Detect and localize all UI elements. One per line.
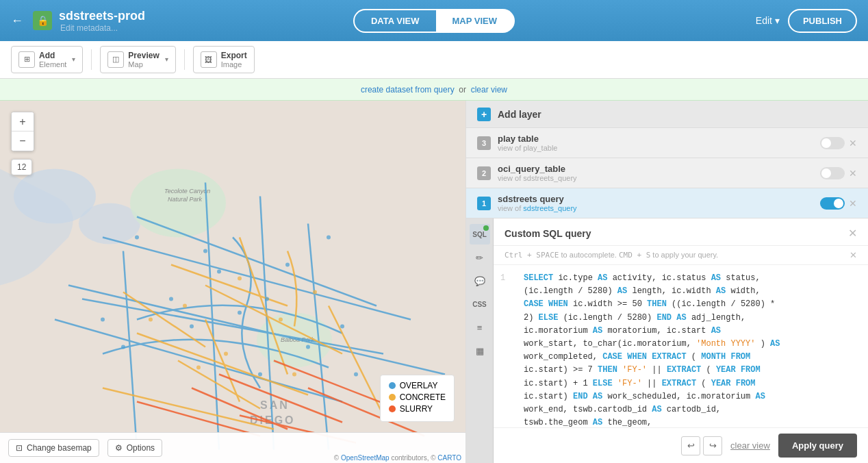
layer-sub-1: view of sdstreets_query	[498, 204, 813, 212]
layer-toggle-switch-2[interactable]	[820, 167, 845, 179]
svg-point-48	[101, 318, 105, 322]
layer-toggle-switch-1[interactable]	[820, 197, 845, 210]
redo-button[interactable]: ↪	[703, 436, 722, 455]
legend-icon: ≡	[477, 323, 483, 333]
svg-point-3	[130, 169, 226, 238]
layer-item-1[interactable]: 1 sdstreets query view of sdstreets_quer…	[466, 188, 868, 218]
layer-item-3[interactable]: 3 play table view of play_table ✕	[466, 128, 868, 158]
sql-close-button[interactable]: ✕	[848, 227, 857, 240]
sql-line-numbers: 1	[500, 272, 505, 285]
export-image-button[interactable]: 🖼 Export Image	[193, 46, 255, 73]
add-layer-plus-button[interactable]: +	[477, 108, 491, 121]
style-icon: ✏	[476, 253, 483, 263]
carto-link[interactable]: CARTO	[437, 454, 461, 462]
options-icon: ⚙	[115, 443, 123, 453]
edit-dropdown[interactable]: Edit ▾	[756, 15, 780, 26]
dataset-info: sdstreets-prod Edit metadata...	[59, 9, 145, 33]
add-element-icon: ⊞	[18, 51, 35, 68]
toolbar: ⊞ Add Element ▾ ◫ Preview Map ▾ 🖼 Export…	[0, 41, 868, 79]
svg-point-35	[265, 297, 269, 301]
sql-hint-close[interactable]: ✕	[850, 250, 857, 260]
zoom-out-button[interactable]: −	[12, 132, 34, 151]
chart-icon: ▦	[476, 346, 484, 356]
top-bar-right: Edit ▾ PUBLISH	[515, 9, 857, 33]
css-icon: CSS	[472, 301, 487, 308]
chart-icon-button[interactable]: ▦	[470, 340, 490, 361]
sql-icon-button[interactable]: SQL	[470, 224, 490, 245]
apply-query-button[interactable]: Apply query	[778, 434, 857, 458]
sql-hint-text: Ctrl + SPACE to autocomplete. CMD + S to…	[505, 251, 718, 260]
map-attribution: © OpenStreetMap contributors, © CARTO	[330, 453, 465, 463]
svg-point-34	[217, 270, 221, 274]
layer-close-3[interactable]: ✕	[849, 138, 857, 149]
toolbar-divider-2	[184, 49, 185, 70]
layer-info-2: oci_query_table view of sdstreets_query	[498, 164, 813, 182]
style-icon-button[interactable]: ✏	[470, 247, 490, 268]
layer-sub-link-1[interactable]: sdstreets_query	[523, 204, 576, 212]
svg-point-38	[258, 373, 262, 377]
svg-point-46	[135, 236, 139, 240]
change-basemap-button[interactable]: ⊡ Change basemap	[8, 439, 99, 457]
layer-num-1: 1	[477, 197, 491, 210]
svg-point-37	[306, 345, 310, 349]
add-layer-label: Add layer	[498, 109, 541, 120]
css-icon-button[interactable]: CSS	[470, 294, 490, 314]
map-legend: OVERLAY CONCRETE SLURRY	[380, 375, 455, 422]
map-area[interactable]: Tecolote Canyon Natural Park Balboa Park…	[0, 101, 465, 463]
basemap-icon: ⊡	[16, 443, 23, 453]
legend-item-overlay: OVERLAY	[389, 381, 446, 390]
map-background: Tecolote Canyon Natural Park Balboa Park…	[0, 101, 465, 463]
clear-view-link-top[interactable]: clear view	[471, 85, 507, 95]
zoom-in-button[interactable]: +	[12, 112, 34, 132]
comment-icon-button[interactable]: 💬	[470, 271, 490, 291]
legend-label-overlay: OVERLAY	[400, 381, 438, 390]
sql-code-area[interactable]: 1 SELECT ic.type AS activity, ic.status …	[494, 265, 868, 427]
add-element-button[interactable]: ⊞ Add Element ▾	[11, 46, 83, 73]
undo-button[interactable]: ↩	[681, 436, 700, 455]
preview-map-button[interactable]: ◫ Preview Map ▾	[100, 46, 175, 73]
layer-info-1: sdstreets query view of sdstreets_query	[498, 194, 813, 212]
side-icons: SQL ✏ 💬 CSS ≡ ▦	[466, 218, 494, 463]
layer-num-2: 2	[477, 166, 491, 180]
publish-button[interactable]: PUBLISH	[788, 9, 857, 33]
osm-link[interactable]: OpenStreetMap	[341, 454, 390, 462]
edit-metadata-link[interactable]: Edit metadata...	[60, 23, 145, 33]
sql-header: Custom SQL query ✕	[494, 218, 868, 246]
layer-toggle-2: ✕	[820, 167, 857, 179]
svg-point-45	[354, 373, 358, 377]
layer-close-2[interactable]: ✕	[849, 168, 857, 179]
add-layer-header: + Add layer	[466, 101, 868, 128]
tab-data-view[interactable]: DATA VIEW	[353, 9, 436, 33]
svg-point-51	[183, 304, 187, 308]
legend-item-concrete: CONCRETE	[389, 392, 446, 402]
back-button[interactable]: ←	[11, 14, 23, 28]
legend-label-slurry: SLURRY	[400, 404, 433, 414]
map-zoom-controls: + −	[11, 112, 34, 151]
query-bar-text: create dataset from query or clear view	[361, 85, 507, 95]
tab-map-view[interactable]: MAP VIEW	[436, 9, 515, 33]
legend-icon-button[interactable]: ≡	[470, 317, 490, 338]
layer-name-3: play table	[498, 134, 813, 144]
add-element-dropdown-icon: ▾	[72, 55, 75, 63]
legend-dot-concrete	[389, 394, 396, 401]
right-panel: + Add layer 3 play table view of play_ta…	[465, 101, 868, 463]
view-tabs: DATA VIEW MAP VIEW	[353, 9, 515, 33]
svg-point-47	[327, 236, 331, 240]
clear-view-button[interactable]: clear view	[730, 440, 770, 451]
create-dataset-link[interactable]: create dataset from query	[361, 85, 455, 95]
layer-toggle-switch-3[interactable]	[820, 137, 845, 149]
top-bar-left: ← 🔒 sdstreets-prod Edit metadata...	[11, 9, 353, 33]
svg-point-39	[203, 249, 207, 253]
legend-label-concrete: CONCRETE	[400, 392, 446, 402]
layer-name-1: sdstreets query	[498, 194, 813, 204]
sql-title: Custom SQL query	[505, 228, 591, 239]
undo-redo-controls: ↩ ↪	[681, 436, 722, 455]
layer-item-2[interactable]: 2 oci_query_table view of sdstreets_quer…	[466, 158, 868, 188]
svg-point-55	[292, 373, 296, 377]
layer-name-2: oci_query_table	[498, 164, 813, 174]
svg-point-36	[190, 325, 194, 329]
layer-close-1[interactable]: ✕	[849, 198, 857, 209]
svg-text:Tecolote Canyon: Tecolote Canyon	[164, 188, 210, 195]
options-button[interactable]: ⚙ Options	[107, 439, 162, 457]
svg-point-52	[224, 352, 228, 356]
